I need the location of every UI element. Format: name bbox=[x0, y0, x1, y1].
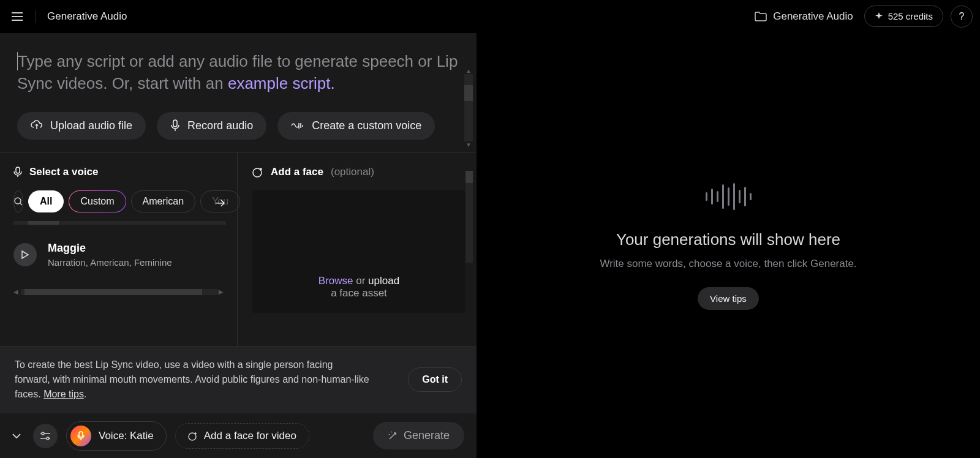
arrow-right-icon bbox=[215, 199, 225, 208]
left-pane: Type any script or add any audio file to… bbox=[0, 33, 477, 458]
voice-panel-title: Select a voice bbox=[29, 166, 98, 178]
voice-list-v-scrollbar[interactable]: ▲▼ bbox=[464, 67, 473, 159]
view-tips-button[interactable]: View tips bbox=[698, 287, 759, 310]
script-input[interactable]: Type any script or add any audio file to… bbox=[17, 50, 458, 95]
play-icon bbox=[21, 250, 29, 259]
search-voices-button[interactable] bbox=[13, 190, 23, 212]
play-voice-button[interactable] bbox=[13, 243, 37, 266]
example-script-link[interactable]: example script. bbox=[228, 74, 335, 92]
folder-icon bbox=[755, 12, 767, 21]
sparkle-icon bbox=[875, 12, 883, 21]
divider bbox=[36, 10, 36, 23]
menu-icon[interactable] bbox=[7, 7, 27, 26]
chips-scroll-right[interactable] bbox=[211, 195, 228, 212]
top-bar: Generative Audio Generative Audio 525 cr… bbox=[0, 0, 980, 33]
bottom-bar: Voice: Katie Add a face for video Genera… bbox=[0, 413, 477, 458]
waveform-icon bbox=[600, 181, 856, 212]
microphone-icon bbox=[77, 431, 85, 441]
folder-chip[interactable]: Generative Audio bbox=[755, 10, 853, 23]
wand-icon bbox=[388, 431, 398, 441]
help-button[interactable]: ? bbox=[951, 6, 973, 28]
face-add-icon bbox=[188, 431, 198, 441]
voice-list-h-scrollbar[interactable]: ◀▶ bbox=[13, 288, 226, 296]
face-panel-optional: (optional) bbox=[331, 166, 374, 178]
help-icon: ? bbox=[959, 11, 965, 22]
svg-point-7 bbox=[189, 433, 196, 440]
settings-button[interactable] bbox=[33, 424, 58, 448]
search-icon bbox=[14, 197, 23, 206]
chip-all[interactable]: All bbox=[28, 190, 64, 212]
more-tips-link[interactable]: More tips bbox=[43, 389, 84, 399]
svg-rect-0 bbox=[173, 120, 177, 127]
face-add-icon bbox=[252, 167, 263, 178]
custom-voice-button[interactable]: Create a custom voice bbox=[277, 112, 435, 140]
svg-rect-6 bbox=[79, 432, 83, 437]
record-audio-button[interactable]: Record audio bbox=[157, 112, 266, 140]
empty-state-title: Your generations will show here bbox=[600, 230, 856, 249]
microphone-icon bbox=[170, 119, 180, 132]
tip-bar: To create the best Lip Sync video, use a… bbox=[0, 346, 477, 413]
sliders-icon bbox=[40, 432, 51, 440]
svg-point-5 bbox=[47, 437, 49, 440]
dropzone-sub: a face asset bbox=[331, 287, 387, 299]
credits-label: 525 credits bbox=[888, 11, 933, 21]
voice-name: Maggie bbox=[48, 242, 172, 255]
chip-american[interactable]: American bbox=[131, 190, 196, 212]
credits-button[interactable]: 525 credits bbox=[864, 6, 943, 27]
right-pane: Your generations will show here Write so… bbox=[477, 33, 980, 458]
voice-selector[interactable]: Voice: Katie bbox=[66, 421, 167, 451]
empty-state-sub: Write some words, choose a voice, then c… bbox=[600, 258, 856, 270]
voice-item[interactable]: Maggie Narration, American, Feminine bbox=[13, 242, 226, 268]
svg-point-3 bbox=[253, 168, 262, 177]
chip-custom[interactable]: Custom bbox=[69, 190, 126, 212]
voice-wave-icon bbox=[291, 120, 304, 131]
page-title: Generative Audio bbox=[47, 10, 127, 23]
upload-link[interactable]: upload bbox=[368, 275, 399, 287]
microphone-icon bbox=[13, 167, 22, 178]
add-face-button[interactable]: Add a face for video bbox=[175, 423, 309, 449]
got-it-button[interactable]: Got it bbox=[408, 367, 462, 392]
upload-audio-button[interactable]: Upload audio file bbox=[17, 112, 146, 140]
folder-label: Generative Audio bbox=[773, 10, 853, 23]
browse-link[interactable]: Browse bbox=[318, 275, 353, 287]
tip-text: To create the best Lip Sync video, use a… bbox=[15, 358, 370, 402]
svg-rect-1 bbox=[16, 167, 20, 173]
face-panel-title: Add a face bbox=[271, 166, 323, 178]
voice-selector-label: Voice: Katie bbox=[99, 430, 154, 442]
svg-point-2 bbox=[15, 198, 21, 204]
chevron-down-icon bbox=[12, 433, 21, 439]
svg-point-4 bbox=[42, 432, 44, 435]
face-panel: Add a face (optional) Browse or upload a… bbox=[238, 152, 477, 346]
voice-panel: Select a voice All Custom American You bbox=[0, 152, 238, 346]
face-dropzone[interactable]: Browse or upload a face asset bbox=[252, 190, 466, 313]
generate-button[interactable]: Generate bbox=[373, 422, 464, 449]
voice-desc: Narration, American, Feminine bbox=[48, 257, 172, 268]
face-scrollbar[interactable] bbox=[466, 171, 473, 263]
voice-avatar bbox=[70, 426, 91, 446]
collapse-button[interactable] bbox=[12, 430, 24, 441]
cloud-upload-icon bbox=[31, 120, 43, 131]
chip-scrollbar[interactable] bbox=[13, 221, 226, 225]
